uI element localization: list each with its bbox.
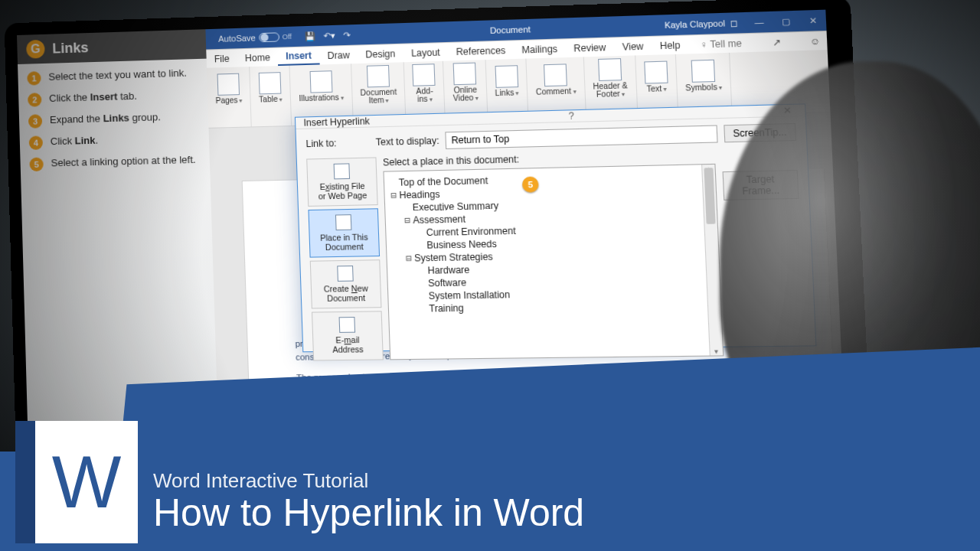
autosave-label: AutoSave xyxy=(218,33,256,44)
tab-insert[interactable]: Insert xyxy=(278,47,320,66)
tree-node-label: System Installation xyxy=(429,289,511,302)
dialog-middle: Select a place in this document: ·Top of… xyxy=(383,149,724,360)
banner-subtitle: Word Interactive Tutorial xyxy=(153,469,584,493)
save-icon[interactable]: 💾 xyxy=(304,31,315,41)
titlebar-right: Kayla Claypool ◻ — ▢ ✕ xyxy=(665,15,822,31)
tab-draw[interactable]: Draw xyxy=(319,46,358,65)
place-tree[interactable]: ·Top of the Document⊟Headings·Executive … xyxy=(383,164,724,360)
ribbon-button[interactable]: Links xyxy=(494,65,519,98)
tree-twisty-icon[interactable]: ⊟ xyxy=(403,215,412,227)
linkto-place[interactable]: Place in ThisDocument xyxy=(308,208,380,258)
step-text: Click Link. xyxy=(51,135,99,150)
undo-icon[interactable]: ↶▾ xyxy=(323,31,335,41)
ribbon-button[interactable]: OnlineVideo xyxy=(452,62,479,103)
minimize-button[interactable]: — xyxy=(750,17,767,27)
ribbon-button[interactable]: Text xyxy=(644,60,668,93)
user-avatar-icon: ◻ xyxy=(730,18,737,28)
tree-node-label: Headings xyxy=(399,189,440,201)
tutorial-step: 1Select the text you want to link. xyxy=(27,67,198,86)
tab-view[interactable]: View xyxy=(614,37,652,56)
ribbon-button[interactable]: Pages xyxy=(214,73,242,105)
text-to-display-label: Text to display: xyxy=(376,135,439,148)
tab-review[interactable]: Review xyxy=(565,37,614,57)
user-name: Kayla Claypool xyxy=(665,18,726,30)
tree-twisty-icon[interactable]: ⊟ xyxy=(390,190,398,201)
tell-me-search[interactable]: ♀ Tell me xyxy=(691,34,750,54)
titlebar-left: AutoSave Off 💾 ↶▾ ↷ xyxy=(206,30,351,44)
ribbon-group-tables: Table xyxy=(250,66,292,127)
step-number: 3 xyxy=(28,114,42,129)
linkto-label: E-mailAddress xyxy=(332,335,364,354)
linkto-icon xyxy=(337,266,354,282)
step-number: 2 xyxy=(28,93,41,107)
step-number: 5 xyxy=(29,158,43,172)
step-text: Click the Insert tab. xyxy=(49,90,137,106)
linkto-email[interactable]: E-mailAddress xyxy=(312,311,384,360)
maximize-button[interactable]: ▢ xyxy=(777,16,794,27)
quick-access-toolbar: 💾 ↶▾ ↷ xyxy=(304,30,350,41)
tab-file[interactable]: File xyxy=(206,49,237,67)
tree-twisty-icon[interactable]: ⊟ xyxy=(404,253,413,264)
scroll-thumb[interactable] xyxy=(704,168,715,224)
tab-home[interactable]: Home xyxy=(237,48,278,67)
linkto-new[interactable]: Create NewDocument xyxy=(310,259,382,308)
user-account[interactable]: Kayla Claypool ◻ xyxy=(665,18,738,30)
tree-node-label: Current Environment xyxy=(426,225,515,238)
tutorial-title: Links xyxy=(52,40,89,57)
step-number: 1 xyxy=(27,71,41,86)
banner-text: Word Interactive Tutorial How to Hyperli… xyxy=(153,469,584,533)
close-button[interactable]: ✕ xyxy=(804,15,822,26)
linkto-label: Place in ThisDocument xyxy=(320,232,368,252)
step-text: Select the text you want to link. xyxy=(48,67,187,85)
ribbon-button[interactable]: Add-ins xyxy=(413,64,436,104)
scroll-down-icon[interactable]: ▾ xyxy=(710,347,723,355)
autosave-toggle[interactable]: AutoSave Off xyxy=(218,32,292,44)
ribbon-button[interactable]: Illustrations xyxy=(298,70,344,103)
autosave-state: Off xyxy=(283,33,292,41)
doc-title: Document xyxy=(490,24,531,35)
banner-bar: W Word Interactive Tutorial How to Hyper… xyxy=(0,452,980,551)
step-text: Expand the Links group. xyxy=(50,111,161,128)
ribbon-button[interactable]: Comment xyxy=(535,64,577,96)
ribbon-button[interactable]: Header &Footer xyxy=(592,57,628,99)
tab-help[interactable]: Help xyxy=(652,35,689,54)
tree-node-label: Top of the Document xyxy=(399,175,488,188)
step-number: 4 xyxy=(29,135,43,150)
tutorial-step: 2Click the Insert tab. xyxy=(28,88,198,106)
tree-node-label: Training xyxy=(429,302,464,314)
share-button[interactable]: ↗ xyxy=(766,36,788,47)
tree-node-label: Assessment xyxy=(413,214,466,226)
dialog-help-button[interactable]: ? xyxy=(564,110,579,122)
redo-icon[interactable]: ↷ xyxy=(343,30,351,41)
feedback-button[interactable]: ☺ xyxy=(803,35,828,47)
linkto-icon xyxy=(334,163,350,179)
text-to-display-input[interactable] xyxy=(446,125,718,149)
tree-node-label: Executive Summary xyxy=(413,201,499,214)
linkto-label: Create NewDocument xyxy=(324,284,368,304)
dialog-title: Insert Hyperlink xyxy=(303,116,370,129)
tab-references[interactable]: References xyxy=(448,41,514,60)
brand-badge: G xyxy=(26,40,45,59)
tree-node-label: Business Needs xyxy=(426,239,497,251)
word-app-icon: W xyxy=(15,421,138,543)
tab-design[interactable]: Design xyxy=(358,44,403,64)
tutorial-steps: 1Select the text you want to link.2Click… xyxy=(18,59,211,187)
linkto-existing[interactable]: Existing Fileor Web Page xyxy=(306,157,378,207)
step-text: Select a linking option at the left. xyxy=(51,154,196,171)
tutorial-step: 4Click Link. xyxy=(29,132,200,150)
tab-layout[interactable]: Layout xyxy=(403,43,448,62)
tab-mailings[interactable]: Mailings xyxy=(513,39,566,59)
banner-title: How to Hyperlink in Word xyxy=(153,493,584,533)
toggle-icon xyxy=(259,32,279,42)
linkto-panel: Existing Fileor Web PagePlace in ThisDoc… xyxy=(306,157,384,360)
linkto-icon xyxy=(339,317,356,333)
ribbon-button[interactable]: Table xyxy=(258,72,283,104)
word-glyph: W xyxy=(52,440,122,524)
ribbon-button[interactable]: Symbols xyxy=(684,59,723,93)
tutorial-step: 5Select a linking option at the left. xyxy=(29,154,201,171)
linkto-column-label: Link to: xyxy=(305,137,369,149)
tree-node-label: Hardware xyxy=(427,264,469,276)
ribbon-group-pages: Pages xyxy=(207,67,252,128)
tree-node-label: Software xyxy=(428,277,466,289)
ribbon-button[interactable]: DocumentItem xyxy=(359,64,397,106)
